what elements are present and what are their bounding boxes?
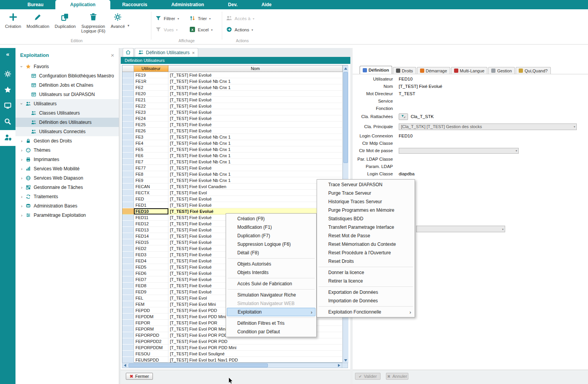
row-selector-cell[interactable] [122,177,134,183]
submenu-item-reset-droits[interactable]: Reset Droits [318,257,414,266]
tree-item-imprimantes[interactable]: ›Imprimantes [15,155,119,164]
chevron-right-icon[interactable]: › [19,148,24,153]
context-menu-item-modification-f1[interactable]: Modification (F1) [227,223,315,231]
row-selector-cell[interactable] [122,351,134,357]
row-selector-cell[interactable] [122,183,134,190]
fermer-button[interactable]: ✖ Fermer [126,373,153,380]
table-row[interactable]: FE20[T_TEST] Fixé Evolué [122,91,348,97]
row-selector-cell[interactable] [122,153,134,159]
submenu-item-historique-traces-serveur[interactable]: Historique Traces Serveur [318,197,414,206]
table-row[interactable]: FEUNSPDD[T_TEST] Fixé Evol bur1 Nav1 PDD [122,357,348,363]
chevron-right-icon[interactable]: › [19,213,24,218]
tab-qui-quand[interactable]: Qui,Quand? [516,67,550,74]
row-selector-cell[interactable] [122,239,134,245]
ribbon-button-trier[interactable]: Trier▾ [189,15,225,22]
column-header-nom[interactable]: Nom [168,65,343,72]
table-row[interactable]: FE4[T_TEST] Fixé Evolué Nb Cnx 1 [122,140,348,146]
context-menu-item-duplication-f7[interactable]: Duplication (F7) [227,231,315,240]
table-row[interactable]: FE24[T_TEST] Fixé Evolué [122,115,348,122]
submenu-item-donner-la-licence[interactable]: Donner la licence [318,268,414,277]
context-menu-item-creation-f9[interactable]: Création (F9) [227,214,315,223]
context-menu-item-condition-par-defaut[interactable]: Condition par Défaut [227,327,315,336]
tree-item-gestionnaire-de-taches[interactable]: ›Gestionnaire de Tâches [15,183,119,192]
table-row[interactable]: FE26[T_TEST] Fixé Evolué [122,128,348,134]
tab-close-icon[interactable]: × [192,50,195,56]
row-selector-cell[interactable] [122,314,134,320]
row-selector-cell[interactable] [122,326,134,332]
horizontal-scrollbar[interactable] [122,363,342,368]
row-selector-cell[interactable] [122,264,134,270]
sidebar-close-icon[interactable]: × [111,52,114,58]
tab-demarrage[interactable]: Démarrage [417,67,450,74]
chevron-down-icon[interactable]: ▾ [211,28,213,32]
ribbon-button-creation[interactable]: Création [2,12,24,29]
row-selector-cell[interactable] [122,146,134,153]
scroll-down-arrow[interactable] [343,357,348,363]
submenu-item-exploitation-fonctionnelle[interactable]: Exploitation Fonctionnelle› [318,308,414,316]
row-selector-cell[interactable] [122,208,134,214]
table-row[interactable]: FE9[T_TEST] Fixé Evolué Nb Cnx 1 [122,177,348,183]
row-selector-cell[interactable] [122,345,134,351]
submenu-item-retirer-la-licence[interactable]: Retirer la licence [318,277,414,285]
row-selector-cell[interactable] [122,258,134,264]
table-row[interactable]: FE1R[T_TEST] Fixé Evolué Nb Cnx 1 [122,78,348,84]
hscrollbar-thumb[interactable] [129,363,268,367]
tree-item-utilisateurs-connectes[interactable]: Utilisateurs Connectés [15,127,119,136]
ribbon-button-actions[interactable]: Actions▾ [226,26,263,33]
rail-item-monitor[interactable] [0,98,15,114]
submenu-item-exportation-de-donnees[interactable]: Exportation de Données [318,288,414,297]
row-selector-cell[interactable] [122,221,134,227]
table-row[interactable]: FE21[T_TEST] Fixé Evolué [122,97,348,103]
chevron-down-icon[interactable]: › [19,64,24,69]
row-selector-cell[interactable] [122,332,134,338]
vscrollbar-thumb[interactable] [343,72,348,163]
tab-multi-langue[interactable]: Multi-Langue [451,67,488,74]
home-tab[interactable] [123,48,134,57]
tree-item-themes[interactable]: ›Thèmes [15,146,119,155]
chevron-right-icon[interactable]: › [19,139,24,143]
menu-application[interactable]: Application [55,0,110,9]
chevron-down-icon[interactable]: ▾ [253,17,254,21]
row-selector-cell[interactable] [122,72,134,78]
tree-item-configuration-bibliotheques-maestro[interactable]: Configuration Bibliothèques Maestro [15,71,119,81]
submenu-item-reset-mot-de-passe[interactable]: Reset Mot de Passe [318,231,414,240]
chevron-down-icon[interactable]: ▾ [177,17,179,21]
tab-droits[interactable]: Droits [393,67,416,74]
ribbon-button-modification[interactable]: Modification [24,12,52,29]
tree-item-utilisateurs-sur-diapason[interactable]: Utilisateurs sur DIAPASON [15,90,119,99]
tree-item-traitements[interactable]: ›Traitements [15,192,119,201]
row-selector-cell[interactable] [122,97,134,103]
chevron-down-icon[interactable]: ▾ [176,28,178,32]
table-row[interactable]: FED1[T_TEST] Fixé Evolué [122,202,348,208]
context-menu-item-simulation-navigateur-riche[interactable]: Simulation Navigateur Riche [227,291,315,299]
table-row[interactable]: FE23[T_TEST] Fixé Evolué [122,109,348,115]
table-row[interactable]: FE2[T_TEST] Fixé Evolué Nb Cnx 1 [122,84,348,91]
row-selector-cell[interactable] [122,171,134,177]
scroll-left-arrow[interactable] [122,363,128,368]
submenu-item-purge-trace-serveur[interactable]: Purge Trace Serveur [318,189,414,197]
context-menu-item-definition-filtres-et-tris[interactable]: Définition Filtres et Tris [227,319,315,327]
row-selector-cell[interactable] [122,140,134,146]
ribbon-button-vues[interactable]: Vues▾ [155,26,189,33]
rail-item-star[interactable] [0,82,15,98]
tab-gestion[interactable]: Gestion [488,67,515,74]
rail-item-search[interactable] [0,114,15,130]
tree-item-classes-utilisateurs[interactable]: Classes Utilisateurs [15,108,119,118]
submenu-item-statistiques-bdd[interactable]: Statistiques BDD [318,214,414,223]
row-selector-cell[interactable] [122,78,134,84]
ribbon-button-filtrer[interactable]: Filtrer▾ [155,15,189,22]
submenu-item-reset-procedure-a-l-ouverture[interactable]: Reset Procédure à l'Ouverture [318,249,414,257]
table-row[interactable]: FEPORPDD2[T_TEST] Fixé Evol POR PDD [122,338,348,345]
submenu-item-importation-de-donnees[interactable]: Importation de Données [318,297,414,305]
chevron-right-icon[interactable]: › [19,185,24,190]
row-selector-cell[interactable] [122,159,134,165]
context-menu-item-detail-f8[interactable]: Détail (F8) [227,249,315,257]
ribbon-button-acces-a[interactable]: Accès à▾ [226,15,263,22]
context-menu-item-exploitation[interactable]: Exploitation› [227,308,315,316]
ribbon-button-excel[interactable]: XExcel▾ [189,26,225,33]
submenu-item-transfert-parametrage-interface[interactable]: Transfert Parametrage Interface [318,223,414,231]
ctr-mot-de-passe-combobox[interactable]: ▾ [399,148,519,154]
row-selector-cell[interactable] [122,84,134,91]
chevron-right-icon[interactable]: › [19,204,24,208]
tree-item-administration-bases[interactable]: ›Administration Bases [15,201,119,211]
